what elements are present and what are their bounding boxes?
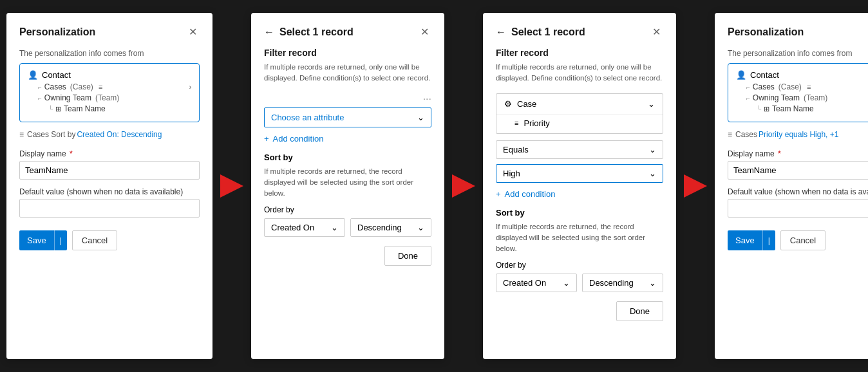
case-row-inner: ⚙ Case [504,99,536,109]
cancel-button[interactable]: Cancel [72,230,117,250]
tree-branch3-icon: └ [48,106,53,113]
panel4-save-chevron-button[interactable]: | [762,230,775,250]
panel3-add-condition-label: Add condition [505,189,556,199]
add-condition-label: Add condition [273,134,324,144]
panel4-header: Personalization ✕ [728,26,868,39]
panel3-add-condition-btn[interactable]: + Add condition [496,189,663,199]
display-name-input[interactable] [19,161,200,180]
panel4-cancel-button[interactable]: Cancel [780,230,826,250]
panel3-descending-dropdown[interactable]: Descending ⌄ [582,274,663,292]
panel1-btn-row: Save | Cancel [19,230,200,250]
choose-attribute-dropdown[interactable]: Choose an attribute ⌄ [264,107,431,127]
panel4-btn-row: Save | Cancel [728,230,868,250]
add-condition-btn[interactable]: + Add condition [264,134,431,144]
chevron-down-icon9: | [768,236,770,245]
descending-text: Descending [357,223,402,232]
panel4-save-btn-group: Save | [728,230,775,250]
display-name-label: Display name * [19,149,200,158]
panel4-title: Personalization [728,26,804,38]
panel4-owning-team-row[interactable]: ⌐ Owning Team (Team) [746,93,868,102]
chevron-down-icon5: ⌄ [649,145,656,154]
case-label: Case [517,99,536,109]
default-value-label: Default value (shown when no data is ava… [19,187,200,196]
created-on-dropdown[interactable]: Created On ⌄ [264,218,345,237]
panel4-save-button[interactable]: Save [728,230,762,250]
personalization-panel-after: Personalization ✕ The personalization in… [715,13,868,359]
filter-link: Created On: Descending [77,130,162,139]
panel2-ellipsis: ··· [264,93,431,105]
panel4-team-name-row[interactable]: └ ⊞ Team Name [757,104,868,113]
select-record-panel-2: ← Select 1 record ✕ Filter record If mul… [483,13,676,359]
owning-team-row[interactable]: ⌐ Owning Team (Team) [38,93,191,102]
panel2-title: Select 1 record [279,26,354,38]
save-button[interactable]: Save [19,230,54,250]
team-name-label: Team Name [64,104,106,113]
case-attribute-box: ⚙ Case ⌄ ≡ Priority [496,93,663,134]
contact-label: Contact [42,70,71,80]
save-chevron-button[interactable]: | [54,230,67,250]
arrow2 [444,174,483,198]
contact-row: 👤 Contact [28,70,191,80]
cases-chevron-icon: › [189,84,191,91]
panel3-created-on-dropdown[interactable]: Created On ⌄ [496,274,577,292]
priority-label: Priority [524,118,549,128]
panel3-order-label: Order by [496,261,663,270]
panel4-cases-type: (Case) [778,82,802,91]
select-record-panel-1: ← Select 1 record ✕ Filter record If mul… [251,13,444,359]
panel1-close-button[interactable]: ✕ [186,26,200,39]
panel3-order-row: Created On ⌄ Descending ⌄ [496,274,663,292]
close-icon2: ✕ [420,26,429,37]
plus-icon: + [264,134,269,144]
person-icon: 👤 [28,70,38,80]
panel4-contact-label: Contact [750,70,779,80]
panel3-descending-text: Descending [589,278,634,288]
panel2-order-row: Created On ⌄ Descending ⌄ [264,218,431,237]
personalization-panel-before: Personalization ✕ The personalization in… [6,13,212,359]
panel2-filter-title: Filter record [264,48,431,58]
filter-icon: ≡ [19,130,24,139]
default-value-input[interactable] [19,199,200,218]
team-name-row[interactable]: └ ⊞ Team Name [48,104,191,113]
panel4-display-name-label: Display name * [728,149,868,158]
priority-row[interactable]: ≡ Priority [496,115,663,133]
panel2-sort-title: Sort by [264,153,431,162]
panel2-back-title: ← Select 1 record [264,26,354,38]
chevron-down-icon4: ⌄ [417,223,424,232]
panel2-sort-desc: If multiple records are returned, the re… [264,166,431,200]
panel4-filter-bar[interactable]: ≡ Cases Priority equals High, +1 [728,130,868,139]
back-arrow-icon[interactable]: ← [264,26,274,38]
high-text: High [503,169,520,178]
panel3-close-button[interactable]: ✕ [650,26,663,39]
case-row[interactable]: ⚙ Case ⌄ [496,94,663,115]
choose-attribute-text: Choose an attribute [271,113,344,122]
panel3-back-title: ← Select 1 record [496,26,585,38]
panel4-display-name-input[interactable] [728,161,868,180]
tree-branch4-icon: ⌐ [746,84,750,91]
required-star: * [70,149,73,158]
equals-dropdown[interactable]: Equals ⌄ [496,140,663,159]
panel2-close-button[interactable]: ✕ [418,26,431,39]
filter-bar[interactable]: ≡ Cases Sort by Created On: Descending [19,130,200,139]
panel1-header: Personalization ✕ [19,26,200,39]
high-dropdown[interactable]: High ⌄ [496,164,663,183]
panel4-default-value-label: Default value (shown when no data is ava… [728,187,868,196]
panel2-done-button[interactable]: Done [384,246,431,266]
panel4-cases-row[interactable]: ⌐ Cases (Case) ≡ › [746,82,868,91]
case-chevron-icon: ⌄ [648,99,655,109]
descending-dropdown[interactable]: Descending ⌄ [350,218,431,237]
panel3-filter-title: Filter record [496,48,663,58]
panel4-team-name-label: Team Name [772,104,814,113]
filter-cases-text: Cases Sort by [27,130,75,139]
chevron-down-icon8: ⌄ [649,278,656,288]
panel4-default-value-input[interactable] [728,199,868,218]
panel1-title: Personalization [19,26,95,38]
panel3-done-button[interactable]: Done [616,301,663,321]
panel2-header: ← Select 1 record ✕ [264,26,431,39]
image-icon: ⊞ [55,105,61,113]
plus-icon2: + [496,189,501,199]
cases-row[interactable]: ⌐ Cases (Case) ≡ › [38,82,191,91]
required-star2: * [778,149,781,158]
panel4-owning-team-type: (Team) [804,93,827,102]
back-arrow-icon2[interactable]: ← [496,26,506,38]
chevron-down-icon6: ⌄ [649,169,656,178]
